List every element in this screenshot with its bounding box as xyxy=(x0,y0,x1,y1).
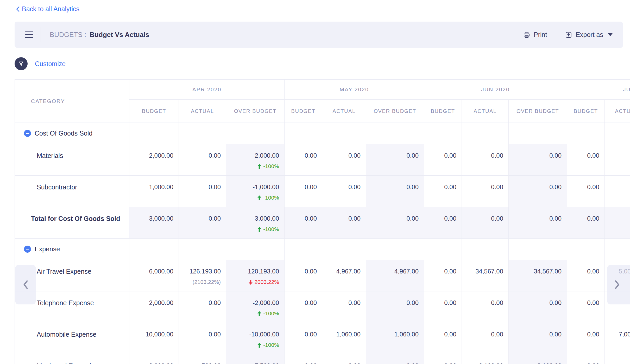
table-cell: 0.00 xyxy=(567,323,605,354)
table-cell: 0.00 xyxy=(605,207,630,239)
chevron-left-icon xyxy=(22,279,29,290)
table-cell: 0.00 xyxy=(605,176,630,207)
export-label: Export as xyxy=(576,31,603,39)
cell-value: 0.00 xyxy=(549,152,562,159)
table-cell xyxy=(567,123,605,144)
back-link-label: Back to all Analytics xyxy=(22,5,79,13)
table-cell xyxy=(424,239,462,260)
table-cell: 0.00 xyxy=(285,354,322,364)
table-cell: 0.00 xyxy=(567,260,605,291)
table-cell: 0.00 xyxy=(322,354,366,364)
report-title: Budget Vs Actuals xyxy=(90,31,149,39)
scroll-left-button[interactable] xyxy=(15,265,36,304)
table-cell xyxy=(179,239,226,260)
cell-value: 0.00 xyxy=(491,331,503,338)
table-cell xyxy=(424,123,462,144)
table-cell: 0.00 xyxy=(462,207,509,239)
cell-percentage: -100% xyxy=(228,226,279,232)
cell-value: 126,193.00 xyxy=(190,268,221,275)
cell-value: 0.00 xyxy=(444,268,456,275)
table-cell: 0.00 xyxy=(462,144,509,176)
cell-value: 0.00 xyxy=(549,183,562,190)
table-cell: 0.00 xyxy=(509,176,567,207)
table-cell xyxy=(509,123,567,144)
collapse-icon[interactable] xyxy=(24,246,31,253)
table-cell: 0.00 xyxy=(366,144,424,176)
print-button[interactable]: Print xyxy=(523,31,547,39)
table-cell: 0.00 xyxy=(322,291,366,323)
subcolumn-header: BUDGET xyxy=(129,100,179,123)
table-cell xyxy=(366,123,424,144)
table-cell: 34,567.00 xyxy=(509,260,567,291)
table-cell: 2,000.00 xyxy=(129,144,179,176)
month-header: MAY 2020 xyxy=(285,80,424,100)
cell-value: 10,000.00 xyxy=(146,331,173,338)
cell-value: 0.00 xyxy=(305,215,317,222)
export-as-button[interactable]: Export as xyxy=(565,31,623,39)
cell-value: -2,000.00 xyxy=(253,152,279,159)
cell-value: 4,967.00 xyxy=(336,268,361,275)
cell-value: 120,193.00 xyxy=(248,268,279,275)
cell-value: 0.00 xyxy=(348,362,361,364)
table-cell: 500.00 xyxy=(179,354,226,364)
table-cell: 0.00 xyxy=(567,354,605,364)
print-label: Print xyxy=(534,31,547,39)
budget-table-viewport: CATEGORY APR 2020MAY 2020JUN 2020JUL 202… xyxy=(0,79,630,364)
table-cell: 0.00 xyxy=(424,260,462,291)
table-cell: 0.00 xyxy=(509,323,567,354)
table-cell: 0.00 xyxy=(285,323,322,354)
table-cell xyxy=(129,123,179,144)
cell-value: 3,000.00 xyxy=(149,215,173,222)
table-cell: -2,000.00-100% xyxy=(226,291,285,323)
table-cell: 0.00 xyxy=(179,291,226,323)
table-cell xyxy=(567,239,605,260)
cell-value: 7,000.00 xyxy=(619,331,630,338)
table-cell: 3,000.00 xyxy=(129,207,179,239)
cell-value: 0.00 xyxy=(406,362,419,364)
cell-value: -7,500.00 xyxy=(253,362,279,364)
table-cell: 8,000.00 xyxy=(129,354,179,364)
row-label: Subcontractor xyxy=(15,176,129,207)
table-cell: 1,060.00 xyxy=(322,323,366,354)
cell-value: -10,000.00 xyxy=(249,331,279,338)
customize-link[interactable]: Customize xyxy=(35,60,66,68)
collapse-icon[interactable] xyxy=(24,130,31,137)
table-cell: 0.00 xyxy=(285,291,322,323)
export-icon xyxy=(565,31,572,39)
cell-value: 8,000.00 xyxy=(149,362,173,364)
cell-value: -1,000.00 xyxy=(253,183,279,190)
table-cell: 0.00 xyxy=(366,354,424,364)
table-cell: 0.00 xyxy=(366,291,424,323)
month-header-row: CATEGORY APR 2020MAY 2020JUN 2020JUL 202… xyxy=(15,80,630,100)
report-header-bar: BUDGETS : Budget Vs Actuals Print Export… xyxy=(15,22,623,48)
table-cell: 0.00 xyxy=(567,176,605,207)
chevron-down-icon xyxy=(608,33,613,36)
scroll-right-button[interactable] xyxy=(607,265,630,304)
filter-button[interactable] xyxy=(15,57,28,70)
table-cell: 0.00 xyxy=(509,144,567,176)
table-row: Automobile Expense10,000.000.00-10,000.0… xyxy=(15,323,630,354)
table-cell xyxy=(285,239,322,260)
table-cell: 7,000.00 xyxy=(605,323,630,354)
table-cell: 0.00 xyxy=(605,144,630,176)
table-cell: 0.00 xyxy=(322,176,366,207)
cell-value: 0.00 xyxy=(444,299,456,306)
cell-value: 0.00 xyxy=(491,299,503,306)
cell-value: 1,060.00 xyxy=(394,331,419,338)
back-link[interactable]: Back to all Analytics xyxy=(16,5,79,13)
cell-value: 0.00 xyxy=(305,152,317,159)
table-cell: 0.00 xyxy=(285,176,322,207)
cell-value: 0.00 xyxy=(209,183,221,190)
table-cell xyxy=(605,123,630,144)
table-cell: -3,000.00-100% xyxy=(226,207,285,239)
table-cell: 126,193.00(2103.22%) xyxy=(179,260,226,291)
menu-icon[interactable] xyxy=(25,31,33,38)
cell-value: 0.00 xyxy=(348,299,361,306)
subcolumn-header: OVER BUDGET xyxy=(509,100,567,123)
table-cell: 0.00 xyxy=(424,291,462,323)
customize-row: Customize xyxy=(15,57,66,70)
cell-value: 0.00 xyxy=(587,152,599,159)
table-cell: 4,967.00 xyxy=(366,260,424,291)
cell-value: 0.00 xyxy=(305,183,317,190)
cell-value: 0.00 xyxy=(305,268,317,275)
